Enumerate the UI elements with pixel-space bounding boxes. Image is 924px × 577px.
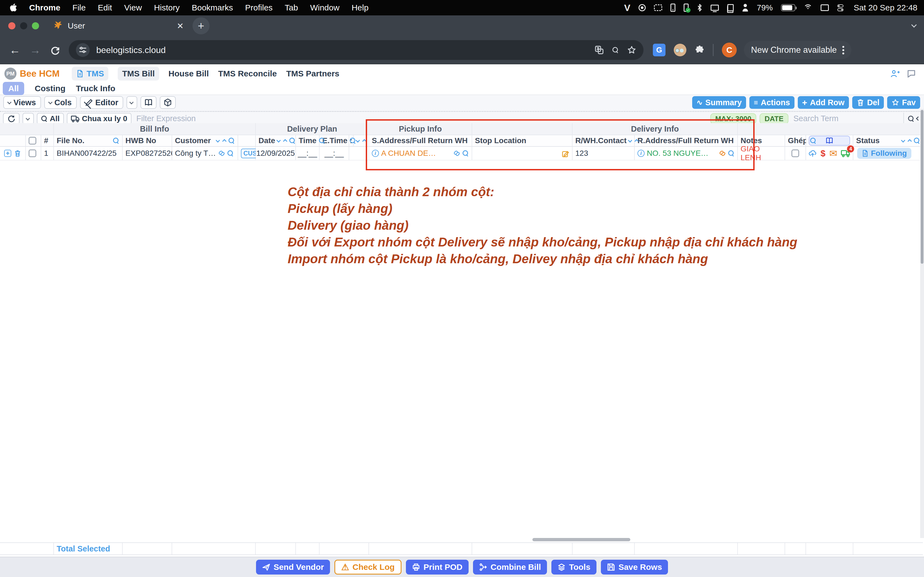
link-icon[interactable]	[454, 150, 460, 156]
delete-button[interactable]: Del	[852, 96, 884, 109]
search-icon[interactable]	[349, 137, 356, 144]
profile-avatar[interactable]: C	[722, 43, 737, 57]
chat-icon[interactable]	[907, 69, 916, 78]
status-following-button[interactable]: Following	[857, 148, 911, 159]
search-icon[interactable]	[113, 137, 120, 144]
search-term-input[interactable]	[793, 114, 898, 124]
date-cell[interactable]: 12/09/2025	[256, 147, 296, 160]
chrome-update-button[interactable]: New Chrome available	[744, 41, 851, 59]
battery-icon[interactable]	[781, 4, 795, 11]
nav-item-tms[interactable]: TMS	[72, 67, 108, 81]
link-icon[interactable]	[218, 150, 225, 156]
row-checkbox[interactable]	[29, 150, 36, 157]
nav-item-tms-bill[interactable]: TMS Bill	[118, 67, 159, 81]
horizontal-scrollbar[interactable]	[0, 538, 924, 541]
stage-manager-icon[interactable]	[727, 4, 734, 11]
sort-down-icon[interactable]	[276, 138, 281, 143]
search-icon[interactable]	[810, 137, 816, 144]
tab-close-icon[interactable]: ✕	[177, 21, 184, 31]
menu-chrome[interactable]: Chrome	[29, 3, 60, 12]
header-sort-pair[interactable]	[354, 135, 369, 147]
subtab-costing[interactable]: Costing	[35, 84, 65, 93]
sort-down-icon[interactable]	[901, 138, 905, 143]
header-date[interactable]: Date	[256, 135, 296, 147]
mail-icon[interactable]: ✉	[829, 148, 837, 159]
menu-tab[interactable]: Tab	[284, 3, 298, 12]
new-tab-button[interactable]: +	[192, 17, 210, 34]
refresh-button[interactable]	[3, 113, 19, 124]
close-window-button[interactable]	[8, 22, 15, 29]
cols-button[interactable]: Cols	[44, 96, 77, 109]
filter-expression-input[interactable]	[136, 114, 291, 124]
display-icon[interactable]	[711, 5, 719, 11]
menu-bar-clock[interactable]: Sat 20 Sep 22:48	[854, 3, 918, 12]
header-status[interactable]: Status	[853, 135, 923, 147]
sort-up-icon[interactable]	[222, 139, 226, 143]
vertical-scrollbar[interactable]	[920, 109, 924, 538]
combine-bill-button[interactable]: Combine Bill	[473, 560, 547, 575]
subtab-all[interactable]: All	[3, 82, 24, 95]
trash-icon[interactable]	[14, 150, 21, 157]
add-user-icon[interactable]	[890, 69, 900, 78]
record-icon[interactable]	[638, 4, 646, 11]
s-address-cell[interactable]: iA CHUAN DEPOT	[369, 147, 472, 160]
avatar-extension-icon[interactable]	[674, 44, 687, 56]
scrollbar-thumb[interactable]	[921, 110, 924, 264]
header-stop-location[interactable]: Stop Location	[472, 135, 573, 147]
url-text[interactable]: beelogistics.cloud	[96, 45, 586, 55]
nav-item-tms-partners[interactable]: TMS Partners	[286, 69, 339, 78]
nav-item-house-bill[interactable]: House Bill	[169, 69, 209, 78]
v-status-icon[interactable]: V	[624, 2, 630, 13]
subtab-truck-info[interactable]: Truck Info	[76, 84, 115, 93]
header-ghep[interactable]: Ghép	[785, 135, 806, 147]
header-select-all[interactable]	[26, 135, 41, 147]
print-pod-button[interactable]: Print POD	[406, 560, 468, 575]
toolbar-cube-button[interactable]	[160, 96, 176, 109]
editor-button[interactable]: Editor	[80, 96, 123, 109]
control-center-icon[interactable]	[837, 4, 844, 11]
truck-status-icon[interactable]: 4	[841, 149, 850, 158]
search-icon[interactable]	[462, 150, 469, 156]
header-r-address[interactable]: R.Address/Full Return WH	[635, 135, 738, 147]
header-customer[interactable]: Customer	[172, 135, 238, 147]
link-icon[interactable]	[719, 150, 726, 156]
add-row-button[interactable]: +Add Row	[798, 96, 849, 109]
row-select-cell[interactable]	[26, 147, 41, 160]
notes-cell[interactable]: GIAO LENH	[738, 147, 785, 160]
apple-logo-icon[interactable]	[10, 3, 17, 12]
hwb-no-cell[interactable]: EXP08272526✓	[123, 147, 172, 160]
pending-filter-button[interactable]: Chua xu ly 0	[67, 113, 131, 124]
bookmark-star-icon[interactable]	[627, 45, 636, 55]
search-icon[interactable]	[728, 150, 735, 156]
sort-up-icon[interactable]	[362, 139, 367, 143]
site-settings-icon[interactable]	[76, 43, 90, 57]
file-no-cell[interactable]: BIHAN007422/25	[54, 147, 123, 160]
workspace-avatar[interactable]: PM	[5, 68, 16, 80]
search-icon[interactable]	[289, 137, 296, 144]
forward-button[interactable]: →	[30, 44, 41, 56]
search-icon[interactable]	[227, 150, 234, 156]
header-rwh-contact[interactable]: R/WH.Contact	[573, 135, 635, 147]
device-check-icon[interactable]	[684, 3, 688, 12]
sort-down-icon[interactable]	[355, 138, 360, 143]
minimize-window-button[interactable]	[20, 22, 27, 29]
extensions-puzzle-icon[interactable]	[695, 45, 704, 55]
bluetooth-icon[interactable]	[697, 3, 702, 12]
phone-mirroring-icon[interactable]	[670, 3, 675, 12]
customer-cell[interactable]: Công ty TNHH Sản	[172, 147, 238, 160]
menu-history[interactable]: History	[154, 3, 179, 12]
sort-down-icon[interactable]	[628, 138, 632, 143]
reload-button[interactable]	[50, 44, 60, 56]
tools-button[interactable]: Tools	[551, 560, 596, 575]
rwh-contact-cell[interactable]: 123	[573, 147, 635, 160]
ghep-cell[interactable]	[785, 147, 806, 160]
brand-bee-hcm[interactable]: Bee HCM	[20, 68, 60, 79]
wifi-icon[interactable]	[804, 5, 813, 11]
search-icon[interactable]	[908, 115, 914, 122]
menu-profiles[interactable]: Profiles	[245, 3, 273, 12]
zoom-window-button[interactable]	[32, 22, 39, 29]
date-badge[interactable]: DATE	[759, 113, 788, 124]
save-rows-button[interactable]: Save Rows	[601, 560, 668, 575]
select-all-checkbox[interactable]	[29, 137, 36, 145]
menu-file[interactable]: File	[72, 3, 86, 12]
